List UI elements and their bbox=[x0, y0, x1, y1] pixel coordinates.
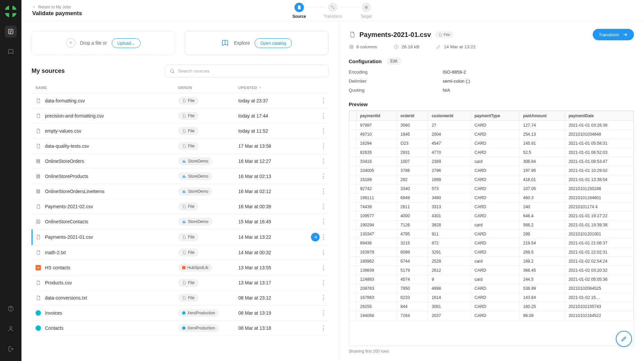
row-more-icon[interactable] bbox=[323, 204, 324, 209]
source-row[interactable]: empty-values.csv File today at 11:52 bbox=[32, 124, 328, 139]
svg-rect-32 bbox=[351, 45, 352, 48]
source-row[interactable]: Products.csv File 13 Mar at 13:17 bbox=[32, 275, 328, 290]
source-row[interactable]: OnlineStoreProducts StoreDemo 16 Mar at … bbox=[32, 169, 328, 184]
preview-row: 10400537862796CARD197.952021-01-01 10:29… bbox=[349, 166, 633, 175]
source-updated: 08 Mar at 23:12 bbox=[238, 295, 309, 301]
rail-account-icon[interactable] bbox=[5, 323, 17, 335]
source-updated: 14 Mar at 13:22 bbox=[238, 234, 309, 240]
preview-row: 8263529314770CARD52.52021-01-01 06:52:03 bbox=[349, 148, 633, 157]
row-more-icon[interactable] bbox=[323, 295, 324, 301]
rail-sources-icon[interactable] bbox=[5, 26, 17, 38]
row-more-icon[interactable] bbox=[323, 280, 324, 285]
source-name: data-formatting.csv bbox=[45, 98, 85, 103]
row-more-icon[interactable] bbox=[323, 219, 324, 224]
row-more-icon[interactable] bbox=[323, 234, 324, 240]
rail-library-icon[interactable] bbox=[5, 46, 17, 58]
file-icon bbox=[349, 31, 356, 38]
source-row[interactable]: Invoices XeroProduction 08 Mar at 13:19 bbox=[32, 306, 328, 321]
search-input[interactable] bbox=[165, 64, 328, 78]
source-row[interactable]: Payments-2021-01.csv File 14 Mar at 13:2… bbox=[32, 229, 328, 245]
file-drop-zone[interactable]: Drop a file or Upload... bbox=[32, 31, 175, 55]
step-transform-icon bbox=[328, 3, 337, 12]
svg-point-2 bbox=[11, 310, 11, 310]
source-row[interactable]: precision-and-formatting.csv File today … bbox=[32, 108, 328, 124]
config-value: semi-colon (;) bbox=[443, 79, 634, 84]
svg-point-7 bbox=[171, 69, 174, 72]
source-row[interactable]: HS contacts HubSpotLib 13 Mar at 13:55 bbox=[32, 260, 328, 275]
row-more-icon[interactable] bbox=[323, 113, 324, 119]
db-icon bbox=[36, 174, 41, 179]
preview-row: 16786362331614CARD143.642021-01-02 15… bbox=[349, 293, 633, 302]
svg-rect-19 bbox=[185, 177, 185, 178]
source-origin: File bbox=[178, 112, 238, 120]
source-origin: XeroProduction bbox=[178, 324, 238, 332]
row-more-icon[interactable] bbox=[323, 189, 324, 194]
file-icon bbox=[36, 250, 41, 255]
source-row[interactable]: data-conversions.txt File 08 Mar at 23:1… bbox=[32, 290, 328, 306]
config-key: Quoting bbox=[349, 88, 443, 93]
contact-icon bbox=[36, 219, 41, 224]
svg-rect-28 bbox=[183, 221, 183, 223]
preview-table-wrap[interactable]: paymentIdorderIdcustomerIdpaymentTypepai… bbox=[349, 110, 634, 346]
preview-row: 10957740004301CARD646.42021-01-01 19:27:… bbox=[349, 212, 633, 221]
row-more-icon[interactable] bbox=[323, 143, 324, 149]
preview-col: paymentId bbox=[357, 111, 397, 121]
row-more-icon[interactable] bbox=[323, 265, 324, 270]
row-more-icon[interactable] bbox=[323, 325, 324, 331]
source-name: Products.csv bbox=[45, 280, 72, 285]
svg-rect-24 bbox=[184, 190, 184, 193]
svg-rect-22 bbox=[37, 192, 40, 193]
source-updated: 16 Mar at 00:39 bbox=[238, 204, 309, 209]
file-icon bbox=[36, 280, 41, 285]
app-logo[interactable] bbox=[5, 5, 17, 17]
source-updated: today at 11:52 bbox=[238, 128, 309, 134]
sources-title: My sources bbox=[32, 67, 65, 75]
row-more-icon[interactable] bbox=[323, 174, 324, 179]
source-name: Invoices bbox=[45, 310, 62, 316]
file-type-badge: File bbox=[435, 31, 453, 38]
sort-updated[interactable]: UPDATED bbox=[238, 86, 309, 90]
preview-row: 12488345749card244.52021-01-02 05:05:36 bbox=[349, 275, 633, 284]
preview-row: 927423340573CARD107.0520210101150246 bbox=[349, 184, 633, 193]
source-row[interactable]: OnlineStoreContacts StoreDemo 15 Mar at … bbox=[32, 214, 328, 229]
preview-row: 291558443081CARD160.2520210102155743 bbox=[349, 302, 633, 311]
row-more-icon[interactable] bbox=[323, 159, 324, 164]
rail-logout-icon[interactable] bbox=[5, 343, 17, 355]
upload-button[interactable]: Upload... bbox=[112, 38, 141, 48]
source-updated: 16 Mar at 02:13 bbox=[238, 174, 309, 179]
source-name: OnlineStoreContacts bbox=[45, 219, 88, 224]
row-more-icon[interactable] bbox=[323, 128, 324, 134]
file-icon bbox=[36, 143, 41, 149]
source-row[interactable]: math-2.txt File 14 Mar at 00:32 bbox=[32, 245, 328, 260]
step-target[interactable]: Target bbox=[341, 3, 391, 19]
source-row[interactable]: Payments-2021-02.csv File 16 Mar at 00:3… bbox=[32, 199, 328, 214]
svg-rect-30 bbox=[185, 222, 185, 223]
row-more-icon[interactable] bbox=[323, 250, 324, 255]
svg-rect-13 bbox=[185, 162, 185, 163]
preview-row: 3341610072389card308.842021-01-01 08:53:… bbox=[349, 157, 633, 166]
source-row[interactable]: OnlineStoreOrders StoreDemo 16 Mar at 12… bbox=[32, 154, 328, 169]
source-updated: 16 Mar at 12:27 bbox=[238, 159, 309, 164]
file-icon bbox=[36, 204, 41, 209]
preview-table: paymentIdorderIdcustomerIdpaymentTypepai… bbox=[349, 111, 634, 320]
row-more-icon[interactable] bbox=[323, 98, 324, 103]
source-row[interactable]: OnlineStoreOrdersLineItems StoreDemo 16 … bbox=[32, 184, 328, 199]
source-origin: XeroProduction bbox=[178, 309, 238, 317]
source-row[interactable]: Contacts XeroProduction 08 Mar at 13:18 bbox=[32, 321, 328, 336]
rail-help-icon[interactable] bbox=[5, 303, 17, 315]
transform-button[interactable]: Transform bbox=[593, 29, 634, 40]
edit-config-button[interactable]: Edit bbox=[386, 57, 401, 65]
source-name: math-2.txt bbox=[45, 250, 66, 255]
step-target-icon bbox=[362, 3, 371, 12]
preview-row: 13983951792612CARD366.452021-01-02 03:20… bbox=[349, 266, 633, 275]
back-link[interactable]: Return to My Jobs bbox=[32, 5, 82, 9]
detail-meta: 6 columns 26.18 kB 14 Mar at 13:22 bbox=[349, 44, 634, 49]
help-fab[interactable] bbox=[616, 331, 632, 347]
db-icon bbox=[36, 189, 41, 194]
open-catalog-button[interactable]: Open catalog bbox=[255, 38, 292, 48]
open-source-button[interactable] bbox=[311, 233, 320, 241]
source-row[interactable]: data-quality-tests.csv File 17 Mar at 13… bbox=[32, 139, 328, 154]
source-row[interactable]: data-formatting.csv File today at 23:37 bbox=[32, 93, 328, 108]
row-more-icon[interactable] bbox=[323, 310, 324, 316]
file-icon bbox=[36, 128, 41, 134]
